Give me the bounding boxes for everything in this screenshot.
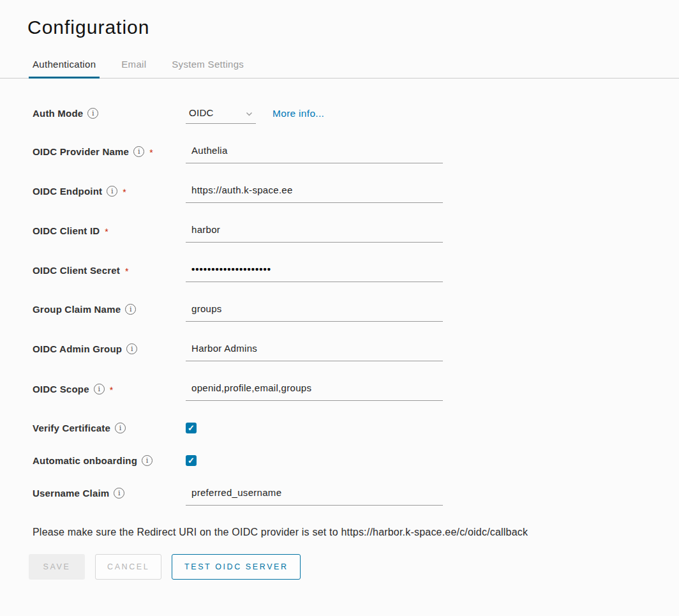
oidc-client-secret-label: OIDC Client Secret [33, 265, 120, 276]
automatic-onboarding-control: ✓ [186, 454, 197, 466]
oidc-client-secret-label-group: OIDC Client Secret* [33, 264, 186, 276]
oidc-admin-group-control: Harbor Admins [186, 343, 443, 361]
test-oidc-server-button[interactable]: TEST OIDC SERVER [172, 554, 301, 580]
required-asterisk: * [125, 264, 128, 276]
auth-mode-select[interactable]: OIDC [186, 107, 256, 124]
username-claim-input[interactable]: preferred_username [186, 487, 443, 506]
auth-mode-control: OIDCMore info... [186, 107, 324, 124]
form-row-oidc-scope: OIDC Scopei*openid,profile,email,groups [33, 382, 679, 401]
group-claim-name-label-group: Group Claim Namei [33, 303, 186, 315]
info-icon[interactable]: i [126, 343, 137, 354]
required-asterisk: * [149, 146, 153, 158]
form-row-group-claim-name: Group Claim Nameigroups [33, 303, 679, 322]
group-claim-name-label: Group Claim Name [33, 304, 121, 315]
form: Auth ModeiOIDCMore info...OIDC Provider … [33, 107, 679, 506]
info-icon[interactable]: i [133, 146, 144, 157]
oidc-admin-group-input[interactable]: Harbor Admins [186, 343, 443, 361]
button-bar: SAVE CANCEL TEST OIDC SERVER [29, 554, 679, 580]
automatic-onboarding-checkbox[interactable]: ✓ [186, 455, 197, 466]
oidc-provider-name-label: OIDC Provider Name [33, 146, 129, 157]
oidc-admin-group-label-group: OIDC Admin Groupi [33, 343, 186, 354]
oidc-scope-input[interactable]: openid,profile,email,groups [186, 382, 443, 401]
configuration-page: Configuration Authentication Email Syste… [0, 0, 679, 580]
oidc-admin-group-label: OIDC Admin Group [33, 343, 122, 354]
username-claim-label: Username Claim [33, 488, 109, 499]
more-info-link[interactable]: More info... [272, 107, 324, 119]
oidc-client-secret-control: •••••••••••••••••••• [186, 264, 443, 282]
form-row-username-claim: Username Claimipreferred_username [33, 487, 679, 506]
form-row-oidc-client-id: OIDC Client ID*harbor [33, 224, 679, 243]
tab-authentication[interactable]: Authentication [29, 54, 100, 79]
verify-certificate-label: Verify Certificate [33, 423, 110, 433]
oidc-client-id-label-group: OIDC Client ID* [33, 224, 186, 237]
info-icon[interactable]: i [114, 488, 124, 499]
redirect-uri-notice: Please make sure the Redirect URI on the… [33, 527, 679, 538]
tab-bar: Authentication Email System Settings [0, 54, 679, 79]
info-icon[interactable]: i [107, 186, 117, 197]
oidc-endpoint-control: https://auth.k-space.ee [186, 184, 443, 203]
verify-certificate-label-group: Verify Certificatei [33, 422, 186, 433]
auth-mode-select-value: OIDC [189, 107, 214, 118]
automatic-onboarding-label: Automatic onboarding [33, 455, 137, 466]
form-row-oidc-endpoint: OIDC Endpointi*https://auth.k-space.ee [33, 184, 679, 203]
auth-mode-label: Auth Mode [33, 108, 83, 119]
info-icon[interactable]: i [125, 304, 136, 315]
oidc-scope-control: openid,profile,email,groups [186, 382, 443, 401]
oidc-client-id-control: harbor [186, 224, 443, 243]
form-row-oidc-admin-group: OIDC Admin GroupiHarbor Admins [33, 343, 679, 361]
oidc-provider-name-label-group: OIDC Provider Namei* [33, 145, 186, 158]
info-icon[interactable]: i [87, 108, 98, 119]
oidc-endpoint-input[interactable]: https://auth.k-space.ee [186, 184, 443, 203]
form-row-oidc-client-secret: OIDC Client Secret*•••••••••••••••••••• [33, 264, 679, 282]
group-claim-name-input[interactable]: groups [186, 303, 443, 322]
required-asterisk: * [110, 383, 113, 395]
page-title: Configuration [27, 17, 679, 38]
required-asterisk: * [105, 225, 108, 237]
oidc-scope-label: OIDC Scope [33, 384, 89, 394]
username-claim-control: preferred_username [186, 487, 443, 506]
oidc-client-id-input[interactable]: harbor [186, 224, 443, 243]
save-button[interactable]: SAVE [29, 554, 85, 580]
oidc-provider-name-input[interactable]: Authelia [186, 145, 443, 163]
oidc-provider-name-control: Authelia [186, 145, 443, 163]
automatic-onboarding-label-group: Automatic onboardingi [33, 454, 186, 466]
tab-email[interactable]: Email [117, 54, 150, 79]
cancel-button[interactable]: CANCEL [95, 554, 161, 580]
form-row-oidc-provider-name: OIDC Provider Namei*Authelia [33, 145, 679, 163]
chevron-down-icon [245, 108, 253, 118]
group-claim-name-control: groups [186, 303, 443, 322]
info-icon[interactable]: i [115, 423, 126, 433]
oidc-scope-label-group: OIDC Scopei* [33, 382, 186, 395]
username-claim-label-group: Username Claimi [33, 487, 186, 499]
info-icon[interactable]: i [94, 384, 105, 394]
oidc-client-id-label: OIDC Client ID [33, 225, 100, 236]
tab-system-settings[interactable]: System Settings [168, 54, 248, 79]
verify-certificate-control: ✓ [186, 422, 197, 433]
oidc-endpoint-label: OIDC Endpoint [33, 186, 102, 197]
required-asterisk: * [123, 185, 126, 197]
verify-certificate-checkbox[interactable]: ✓ [186, 423, 197, 433]
form-row-verify-certificate: Verify Certificatei✓ [33, 422, 679, 433]
form-row-auth-mode: Auth ModeiOIDCMore info... [33, 107, 679, 124]
info-icon[interactable]: i [142, 455, 153, 466]
auth-mode-label-group: Auth Modei [33, 107, 186, 119]
oidc-client-secret-input[interactable]: •••••••••••••••••••• [186, 264, 443, 282]
form-row-automatic-onboarding: Automatic onboardingi✓ [33, 454, 679, 466]
oidc-endpoint-label-group: OIDC Endpointi* [33, 184, 186, 197]
